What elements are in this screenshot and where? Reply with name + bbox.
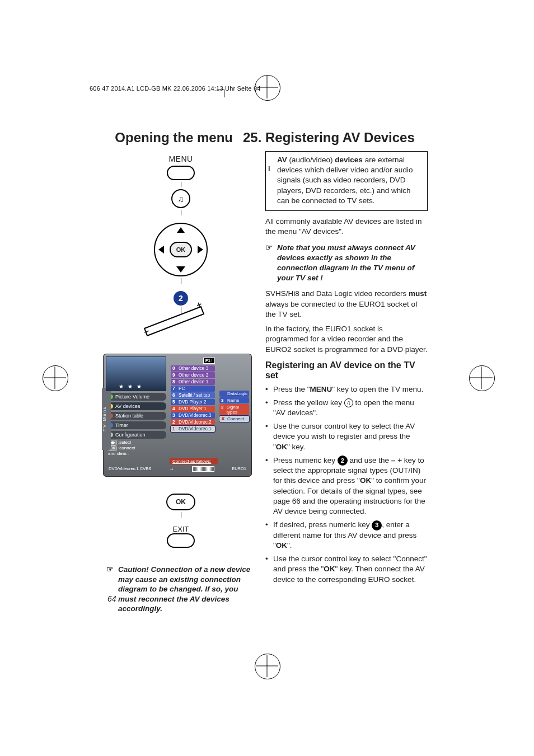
pointer-icon: ☞ bbox=[106, 565, 114, 614]
sb-picture-volume: Picture-Volume bbox=[115, 394, 149, 400]
tv-help-text: ◀▶:select OK:connect and clear.. bbox=[106, 439, 166, 456]
tv-menu-screenshot: TV-Menu ★ ★ ★ Picture-Volume AV devices … bbox=[103, 354, 252, 477]
nav-down-icon bbox=[176, 266, 185, 273]
ok-button-core: OK bbox=[170, 242, 192, 257]
page-number: 64 bbox=[107, 594, 116, 603]
act-signal: Signal types bbox=[227, 405, 247, 415]
act-datalogic: DataLogic bbox=[227, 391, 247, 396]
step-3: Use the cursor control key to select the… bbox=[265, 421, 428, 452]
num-badge-3: 3 bbox=[372, 520, 382, 530]
section-title-left: Opening the menu bbox=[106, 130, 233, 145]
dev-rec2: DVD/Videorec.2 bbox=[179, 420, 212, 425]
nav-ring-icon: OK bbox=[154, 223, 208, 276]
step-6: Use the cursor control key to select "Co… bbox=[265, 554, 428, 585]
nav-up-icon bbox=[177, 227, 185, 233]
arrow-icon: → bbox=[168, 466, 174, 472]
step-4: Press numeric key 2 and use the – + key … bbox=[265, 456, 428, 517]
dev-dvdp2: DVD Player 2 bbox=[179, 400, 207, 405]
num-badge-2: 2 bbox=[338, 456, 348, 466]
menu-key-label: MENU bbox=[168, 154, 193, 163]
reg-mark-bottom bbox=[256, 655, 278, 677]
pointer-icon: ☞ bbox=[265, 243, 273, 284]
caution-text: Caution! Connection of a new device may … bbox=[118, 565, 255, 614]
rating-stars: ★ ★ ★ bbox=[119, 383, 143, 389]
f1-tab: F1↑ bbox=[203, 358, 215, 364]
dev-sat: Satellit / set top bbox=[179, 393, 210, 398]
para-svhs-c: always be connected to the EURO1 socket … bbox=[265, 300, 418, 318]
reg-mark-right bbox=[470, 367, 493, 389]
diagram-right: EURO1 bbox=[232, 466, 246, 471]
scart-icon bbox=[192, 466, 214, 472]
connection-diagram: DVD/Videorec.1 CVBS → EURO1 bbox=[106, 464, 249, 474]
nav-right-icon bbox=[198, 246, 203, 253]
note-connect-exact: Note that you must always connect AV dev… bbox=[277, 243, 428, 284]
sb-timer: Timer bbox=[115, 422, 128, 428]
nav-left-icon bbox=[158, 246, 164, 253]
dev-other2: Other device 2 bbox=[179, 373, 208, 378]
remote-diagram: MENU ♫ OK 2 bbox=[106, 154, 255, 341]
sb-configuration: Configuration bbox=[115, 432, 146, 438]
connect-as-follows: Connect as follows: bbox=[170, 458, 218, 464]
menu-button-icon bbox=[167, 166, 195, 180]
tv-preview-thumb: ★ ★ ★ bbox=[106, 356, 166, 391]
para-svhs-must: must bbox=[409, 289, 427, 298]
act-connect: Connect bbox=[227, 416, 244, 421]
dev-other3: Other device 3 bbox=[179, 366, 208, 371]
diagram-left: DVD/Videorec.1 CVBS bbox=[109, 466, 151, 471]
dev-dvdp1: DVD Player 1 bbox=[179, 406, 207, 411]
para-factory: In the factory, the EURO1 socket is prog… bbox=[265, 324, 428, 355]
ok-button-big: OK bbox=[166, 494, 195, 510]
step-5: If desired, press numeric key 3, enter a… bbox=[265, 520, 428, 551]
info-box: i AV (audio/video) devices are external … bbox=[265, 151, 428, 211]
sb-station-table: Station table bbox=[115, 413, 143, 419]
step-badge-2: 2 bbox=[174, 291, 188, 306]
plus-icon: + bbox=[195, 299, 203, 311]
step-1: Press the "MENU" key to open the TV menu… bbox=[265, 384, 428, 395]
subhead-register: Registering an AV device on the TV set bbox=[265, 360, 428, 381]
info-i-icon: i bbox=[268, 164, 270, 174]
info-av-bold: AV bbox=[277, 156, 287, 164]
plus-minus-bar-icon: + – bbox=[144, 306, 204, 336]
dev-rec3: DVD/Videorec.3 bbox=[179, 413, 212, 418]
tv-menu-side-tab: TV-Menu bbox=[102, 388, 111, 450]
exit-key-label: EXIT bbox=[173, 525, 189, 533]
music-key-icon: ♫ bbox=[344, 398, 353, 407]
reg-mark-left bbox=[44, 367, 66, 389]
para-all-devices: All commonly available AV devices are li… bbox=[265, 217, 428, 237]
print-header: 606 47 2014.A1 LCD-GB MK 22.06.2006 14:1… bbox=[90, 85, 261, 92]
sb-av-devices: AV devices bbox=[115, 403, 140, 409]
exit-button-icon bbox=[167, 533, 195, 548]
page-cut-elbow bbox=[217, 90, 224, 97]
dev-other1: Other device 1 bbox=[179, 379, 208, 384]
section-title-right: 25. Registering AV Devices bbox=[243, 130, 428, 145]
para-svhs-a: SVHS/Hi8 and Data Logic video recorders bbox=[265, 289, 409, 298]
step-2: Press the yellow key ♫ to open the menu … bbox=[265, 398, 428, 418]
act-name: Name bbox=[227, 398, 239, 403]
dev-rec1: DVD/Videorec.1 bbox=[179, 426, 212, 431]
minus-icon: – bbox=[142, 326, 151, 337]
dev-pc: PC bbox=[179, 386, 185, 391]
music-button-icon: ♫ bbox=[171, 189, 190, 208]
reg-mark-top bbox=[256, 76, 278, 98]
